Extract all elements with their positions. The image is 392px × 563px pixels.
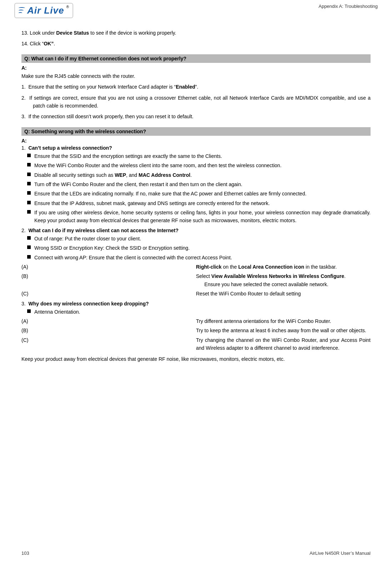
sub-section-1: 1. Can’t setup a wireless connection? En… — [21, 145, 371, 225]
bullet-1-6: Ensure that the IP Address, subnet mask,… — [27, 199, 371, 207]
sub-section-1-bullets: Ensure that the SSID and the encryption … — [27, 152, 371, 225]
alpha-3-B-text: Try to keep the antenna at least 6 inche… — [196, 327, 371, 334]
step-13: 13. Look under Device Status to see if t… — [21, 29, 371, 37]
bullet-2-3-text: Connect with wrong AP: Ensure that the c… — [34, 254, 371, 261]
qa-section-1: Q: What can I do if my Ethernet connecti… — [21, 54, 371, 121]
qa1-item-1: 1. Ensure that the setting on your Netwo… — [21, 83, 371, 91]
main-content: 13. Look under Device Status to see if t… — [0, 18, 392, 377]
bullet-icon — [27, 191, 31, 195]
logo-text: Air Live — [27, 5, 64, 16]
wave-3 — [19, 12, 22, 14]
step-13-bold: Device Status — [56, 30, 89, 36]
step-14-num: 14. Click “ — [21, 41, 44, 46]
bullet-3-1-text: Antenna Orientation. — [34, 308, 371, 316]
bullet-icon — [27, 245, 31, 249]
bullet-1-5: Ensure that the LEDs are indicating norm… — [27, 190, 371, 198]
bullet-icon — [27, 163, 31, 166]
sub-section-3-alpha: (A) Try different antenna orientations f… — [21, 317, 371, 352]
bullet-icon — [27, 182, 31, 185]
alpha-3-B-label: (B) — [21, 327, 196, 334]
step-14-bold: OK” — [44, 41, 54, 46]
bullet-2-3: Connect with wrong AP: Ensure that the c… — [27, 254, 371, 261]
qa1-intro: Make sure the RJ45 cable connects with t… — [21, 72, 371, 80]
bullet-icon — [27, 173, 31, 176]
alpha-2-B-label: (B) — [21, 272, 196, 280]
logo-box: Air Live® — [14, 3, 73, 18]
sub-section-3-title: Why does my wireless connection keep dro… — [28, 301, 149, 307]
qa-answer-label-1: A: — [21, 65, 371, 71]
sub-section-2: 2. What can I do if my wireless client c… — [21, 228, 371, 298]
alpha-2-A-text: Right-click on the Local Area Connection… — [196, 263, 371, 271]
bullet-2-1: Out of range: Put the router closer to y… — [27, 235, 371, 243]
alpha-2-C-label: (C) — [21, 290, 196, 298]
qa1-item-2: 2. If settings are correct, ensure that … — [21, 94, 371, 110]
logo-area: Air Live® — [14, 3, 73, 18]
bullet-1-2-text: Move the WiFi Combo Router and the wirel… — [34, 161, 371, 169]
bullet-1-2: Move the WiFi Combo Router and the wirel… — [27, 161, 371, 169]
bullet-1-4-text: Turn off the WiFi Combo Router and the c… — [34, 180, 371, 188]
alpha-2-A: (A) Right-click on the Local Area Connec… — [21, 263, 371, 271]
step-14: 14. Click “OK”. — [21, 40, 371, 48]
step-14-text: . — [54, 41, 55, 46]
bullet-icon — [27, 309, 31, 313]
alpha-2-B: (B) Select View Available Wireless Netwo… — [21, 272, 371, 288]
qa1-item-3-num: 3. If the connection still doesn’t work … — [21, 114, 193, 119]
logo-waves-icon — [19, 7, 25, 14]
qa-question-2: Q: Something wrong with the wireless con… — [21, 127, 371, 136]
qa1-item-2-num: 2. If settings are correct, ensure that … — [21, 95, 371, 109]
bullet-1-7-text: If you are using other wireless device, … — [34, 209, 371, 225]
header-appendix-label: Appendix A: Troubleshooting — [318, 3, 378, 9]
footer-page-number: 103 — [21, 550, 29, 556]
qa-question-1: Q: What can I do if my Ethernet connecti… — [21, 54, 371, 63]
bullet-1-1: Ensure that the SSID and the encryption … — [27, 152, 371, 160]
qa-section-2: Q: Something wrong with the wireless con… — [21, 127, 371, 363]
qa-answer-label-2: A: — [21, 138, 371, 144]
sub-section-3: 3. Why does my wireless connection keep … — [21, 301, 371, 352]
sub-section-1-title: Can’t setup a wireless connection? — [28, 145, 112, 151]
sub-section-2-num: 2. — [21, 228, 28, 233]
alpha-2-B-text: Select View Available Wireless Networks … — [196, 272, 371, 288]
qa1-item-1-bold: Enabled — [176, 84, 195, 90]
qa1-item-1-text: ”. — [195, 84, 198, 90]
qa1-item-1-num: 1. Ensure that the setting on your Netwo… — [21, 84, 176, 90]
bullet-1-6-text: Ensure that the IP Address, subnet mask,… — [34, 199, 371, 207]
bullet-icon — [27, 201, 31, 204]
alpha-3-A-text: Try different antenna orientations for t… — [196, 317, 371, 325]
sub-section-1-heading: 1. Can’t setup a wireless connection? — [21, 145, 371, 151]
wave-2 — [19, 10, 24, 11]
alpha-3-C-label: (C) — [21, 336, 196, 344]
step-13-text: to see if the device is working properly… — [89, 30, 176, 36]
step-13-num: 13. Look under — [21, 30, 56, 36]
bullet-icon — [27, 236, 31, 240]
sub-section-3-num: 3. — [21, 301, 28, 307]
sub-section-3-bullets: Antenna Orientation. — [27, 308, 371, 316]
page-footer: 103 AirLive N450R User’s Manual — [0, 550, 392, 556]
bullet-1-5-text: Ensure that the LEDs are indicating norm… — [34, 190, 371, 198]
alpha-3-C-text: Try changing the channel on the WiFi Com… — [196, 336, 371, 352]
bullet-2-2: Wrong SSID or Encryption Key: Check the … — [27, 244, 371, 252]
alpha-3-A: (A) Try different antenna orientations f… — [21, 317, 371, 325]
bullet-icon — [27, 154, 31, 157]
sub-section-2-bullets: Out of range: Put the router closer to y… — [27, 235, 371, 261]
registered-mark: ® — [66, 5, 69, 9]
qa2-closing: Keep your product away from electrical d… — [21, 355, 371, 363]
sub-section-2-alpha: (A) Right-click on the Local Area Connec… — [21, 263, 371, 298]
bullet-icon — [27, 210, 31, 214]
bullet-1-7: If you are using other wireless device, … — [27, 209, 371, 225]
bullet-2-1-text: Out of range: Put the router closer to y… — [34, 235, 371, 243]
bullet-1-4: Turn off the WiFi Combo Router and the c… — [27, 180, 371, 188]
sub-section-1-num: 1. — [21, 145, 28, 151]
sub-section-3-heading: 3. Why does my wireless connection keep … — [21, 301, 371, 307]
alpha-2-C: (C) Reset the WiFi Combo Router to defau… — [21, 290, 371, 298]
bullet-icon — [27, 255, 31, 259]
alpha-3-C: (C) Try changing the channel on the WiFi… — [21, 336, 371, 352]
alpha-3-A-label: (A) — [21, 317, 196, 325]
bullet-1-3-text: Disable all security settings such as WE… — [34, 171, 371, 179]
footer-manual-title: AirLive N450R User’s Manual — [309, 550, 371, 556]
alpha-2-A-label: (A) — [21, 263, 196, 271]
qa1-item-3: 3. If the connection still doesn’t work … — [21, 113, 371, 120]
alpha-2-C-text: Reset the WiFi Combo Router to default s… — [196, 290, 371, 298]
sub-section-2-title: What can I do if my wireless client can … — [28, 228, 178, 233]
bullet-1-3: Disable all security settings such as WE… — [27, 171, 371, 179]
sub-section-2-heading: 2. What can I do if my wireless client c… — [21, 228, 371, 233]
